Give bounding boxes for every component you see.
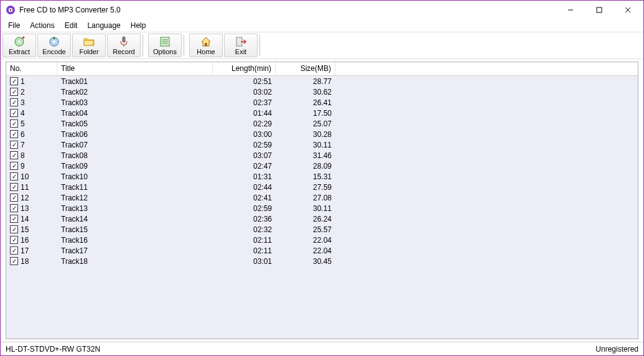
checkbox-icon[interactable]: ✓ [10,119,18,128]
track-title: Track12 [57,194,213,202]
encode-label: Encode [42,48,65,55]
checkbox-icon[interactable]: ✓ [10,246,18,255]
registration-label: Unregistered [595,345,638,354]
checkbox-icon[interactable]: ✓ [10,77,18,85]
track-title: Track02 [57,88,213,96]
track-size: 22.04 [276,236,335,245]
checkbox-icon[interactable]: ✓ [10,215,18,223]
checkbox-icon[interactable]: ✓ [10,194,18,202]
home-label: Home [197,48,215,55]
track-size: 28.09 [276,162,335,171]
home-button[interactable]: Home [189,34,223,57]
track-no: 16 [21,236,29,245]
table-row[interactable]: ✓17Track1702:1122.04 [6,245,638,256]
svg-point-8 [18,40,21,43]
close-button[interactable] [614,1,642,19]
track-title: Track15 [57,225,213,234]
toolbar-separator [142,35,146,56]
track-title: Track18 [57,257,213,266]
menu-language[interactable]: Language [82,20,125,31]
table-row[interactable]: ✓18Track1803:0130.45 [6,256,638,266]
checkbox-icon[interactable]: ✓ [10,88,18,96]
menu-help[interactable]: Help [126,20,151,31]
track-size: 30.11 [276,141,335,149]
table-row[interactable]: ✓9Track0902:4728.09 [6,161,638,171]
exit-button[interactable]: Exit [224,34,258,57]
checkbox-icon[interactable]: ✓ [10,236,18,244]
track-size: 22.04 [276,246,335,255]
checkbox-icon[interactable]: ✓ [10,130,18,138]
table-row[interactable]: ✓13Track1302:5930.11 [6,203,638,213]
folder-button[interactable]: Folder [72,34,106,57]
track-size: 27.59 [276,183,335,192]
options-icon [159,36,170,47]
column-no[interactable]: No. [6,62,57,75]
svg-rect-11 [123,37,125,42]
menu-file[interactable]: File [3,20,25,31]
table-row[interactable]: ✓3Track0302:3726.41 [6,97,638,108]
track-rows[interactable]: ✓1Track0102:5128.77✓2Track0203:0230.62✓3… [6,76,638,339]
home-icon [200,36,212,47]
track-title: Track04 [57,109,213,118]
menubar: File Actions Edit Language Help [1,19,643,32]
table-row[interactable]: ✓4Track0401:4417.50 [6,108,638,118]
encode-icon [49,36,60,47]
table-row[interactable]: ✓5Track0502:2925.07 [6,118,638,129]
table-row[interactable]: ✓14Track1402:3626.24 [6,213,638,224]
table-row[interactable]: ✓15Track1502:3225.57 [6,224,638,235]
column-size[interactable]: Size(MB) [276,62,335,75]
app-icon [6,5,16,15]
checkbox-icon[interactable]: ✓ [10,109,18,117]
encode-button[interactable]: Encode [37,34,71,57]
menu-edit[interactable]: Edit [60,20,83,31]
record-label: Record [113,48,134,55]
titlebar: Free CD to MP3 Converter 5.0 [1,1,643,19]
track-length: 01:31 [213,172,276,181]
table-row[interactable]: ✓11Track1102:4427.59 [6,182,638,192]
track-no: 10 [21,172,29,181]
table-row[interactable]: ✓16Track1602:1122.04 [6,235,638,245]
options-button[interactable]: Options [148,34,182,57]
track-no: 7 [21,141,25,149]
folder-icon [83,36,95,47]
table-row[interactable]: ✓2Track0203:0230.62 [6,87,638,97]
table-row[interactable]: ✓6Track0603:0030.28 [6,129,638,139]
exit-icon [235,36,246,47]
checkbox-icon[interactable]: ✓ [10,225,18,233]
maximize-button[interactable] [585,1,614,19]
checkbox-icon[interactable]: ✓ [10,151,18,159]
table-row[interactable]: ✓7Track0702:5930.11 [6,139,638,150]
track-length: 02:37 [213,98,276,107]
table-row[interactable]: ✓1Track0102:5128.77 [6,76,638,87]
record-button[interactable]: Record [107,34,141,57]
track-length: 03:01 [213,257,276,266]
track-size: 17.50 [276,109,335,118]
checkbox-icon[interactable]: ✓ [10,204,18,212]
track-title: Track07 [57,141,213,149]
svg-point-10 [53,40,55,43]
checkbox-icon[interactable]: ✓ [10,141,18,149]
track-size: 30.62 [276,88,335,96]
checkbox-icon[interactable]: ✓ [10,172,18,180]
toolbar-separator [259,35,263,56]
table-row[interactable]: ✓8Track0803:0731.46 [6,150,638,161]
column-title[interactable]: Title [57,62,213,75]
extract-button[interactable]: Extract [2,34,36,57]
column-headers: No. Title Length(min) Size(MB) [6,62,638,76]
checkbox-icon[interactable]: ✓ [10,162,18,170]
column-length[interactable]: Length(min) [213,62,276,75]
track-title: Track11 [57,183,213,192]
track-length: 03:00 [213,130,276,139]
menu-actions[interactable]: Actions [25,20,59,31]
track-no: 5 [21,119,25,128]
checkbox-icon[interactable]: ✓ [10,183,18,191]
table-row[interactable]: ✓12Track1202:4127.08 [6,192,638,203]
track-size: 25.07 [276,119,335,128]
checkbox-icon[interactable]: ✓ [10,257,18,265]
track-title: Track05 [57,119,213,128]
table-row[interactable]: ✓10Track1001:3115.31 [6,171,638,182]
minimize-button[interactable] [556,1,585,19]
track-no: 3 [21,98,25,107]
svg-rect-17 [205,43,207,46]
checkbox-icon[interactable]: ✓ [10,98,18,106]
